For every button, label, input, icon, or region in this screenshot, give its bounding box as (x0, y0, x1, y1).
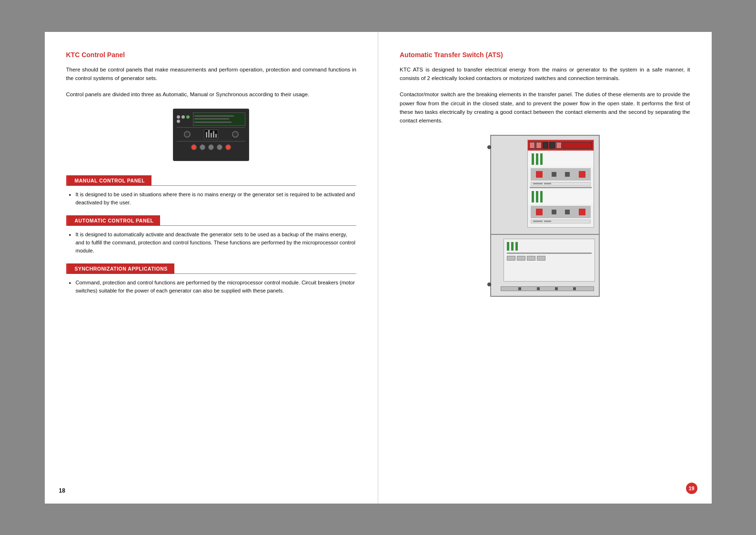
document-spread: KTC Control Panel There should be contro… (45, 32, 712, 504)
ats-cabinet-wrapper (490, 135, 600, 297)
sync-bullet-list: Command, protection and control function… (66, 279, 357, 295)
sync-label-text: SYNCHRONIZATION APPLICATIONS (68, 263, 174, 274)
sync-section-label: SYNCHRONIZATION APPLICATIONS (66, 263, 357, 274)
manual-bullet-list: It is designed to be used in situations … (66, 191, 357, 207)
panel-diagram (173, 109, 249, 161)
left-page-number: 18 (59, 487, 65, 494)
right-page-title: Automatic Transfer Switch (ATS) (400, 51, 690, 59)
left-para2: Control panels are divided into three as… (66, 90, 357, 99)
automatic-bullet-list: It is designed to automatically activate… (66, 231, 357, 255)
right-para1: KTC ATS is designed to transfer electric… (400, 65, 690, 83)
automatic-bullet-item: It is designed to automatically activate… (69, 231, 357, 255)
left-page-title: KTC Control Panel (66, 51, 357, 59)
ats-illustration (400, 135, 690, 297)
right-page: Automatic Transfer Switch (ATS) KTC ATS … (378, 32, 712, 504)
right-page-number: 19 (686, 483, 697, 494)
left-para1: There should be control panels that make… (66, 65, 357, 83)
right-para2: Contactor/motor switch are the breaking … (400, 90, 690, 125)
manual-bullet-item: It is designed to be used in situations … (69, 191, 357, 207)
control-panel-illustration (66, 109, 357, 161)
automatic-label-text: AUTOMATIC CONTROL PANEL (68, 215, 161, 226)
left-page: KTC Control Panel There should be contro… (45, 32, 379, 504)
automatic-section-label: AUTOMATIC CONTROL PANEL (66, 215, 357, 226)
manual-label-text: MANUAL CONTROL PANEL (68, 175, 152, 186)
manual-section-label: MANUAL CONTROL PANEL (66, 175, 357, 186)
sync-bullet-item: Command, protection and control function… (69, 279, 357, 295)
